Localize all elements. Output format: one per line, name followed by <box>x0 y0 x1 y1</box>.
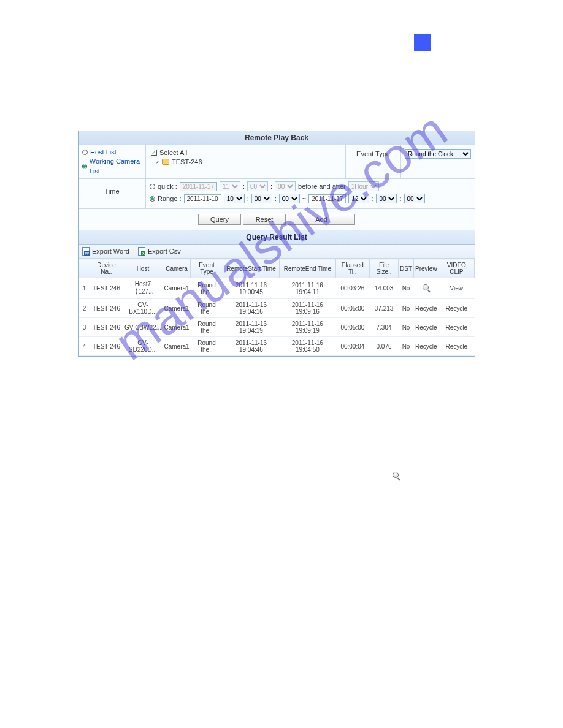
radio-icon <box>82 150 88 155</box>
table-row[interactable]: 2TEST-246GV-BX110D...Camera1Round the..2… <box>79 299 475 318</box>
magnifier-icon <box>393 472 400 479</box>
cell-elapsed: 00:05:00 <box>335 318 369 337</box>
quick-min: 00 <box>247 181 268 191</box>
cell-device: TEST-246 <box>90 278 123 299</box>
cell-i: 2 <box>79 299 90 318</box>
cell-dst: No <box>399 278 414 299</box>
table-row[interactable]: 4TEST-246GV-SD220D...Camera1Round the..2… <box>79 337 475 356</box>
checkbox-checked-icon <box>151 150 157 156</box>
col-remote-start[interactable]: RemoteStart Time <box>223 259 279 278</box>
cell-rend: 2011-11-16 19:04:11 <box>280 278 336 299</box>
export-csv-button[interactable]: Export Csv <box>138 247 181 256</box>
radio-checked-icon <box>82 164 87 169</box>
quick-date: 2011-11-17 <box>180 182 217 191</box>
cell-dst: No <box>399 337 414 356</box>
magnifier-icon <box>423 284 430 292</box>
export-word-button[interactable]: Export Word <box>82 247 129 256</box>
time-body: quick : 2011-11-17 11: 00: 00 before and… <box>146 179 475 208</box>
action-buttons: Query Reset Add <box>79 209 475 230</box>
tree-node[interactable]: ▹TEST-246 <box>150 157 342 165</box>
cell-rend: 2011-11-16 19:09:19 <box>280 318 336 337</box>
col-idx[interactable] <box>79 259 90 278</box>
cell-rstart: 2011-11-16 19:04:19 <box>223 318 279 337</box>
table-row[interactable]: 3TEST-246GV-CBW22...Camera1Round the..20… <box>79 318 475 337</box>
list-mode-group: Host List Working Camera List <box>79 145 146 178</box>
cell-fsize: 7.304 <box>370 318 399 337</box>
cell-preview[interactable]: Recycle <box>414 299 439 318</box>
col-remote-end[interactable]: RemoteEnd Time <box>280 259 336 278</box>
word-icon <box>82 247 90 256</box>
folder-icon <box>162 159 169 165</box>
cell-elapsed: 00:00:04 <box>335 337 369 356</box>
range-label: Range : <box>158 195 182 202</box>
cell-video-clip[interactable]: Recycle <box>439 337 474 356</box>
working-camera-radio[interactable]: Working Camera List <box>82 157 142 176</box>
range-s1[interactable]: 00 <box>279 194 300 203</box>
cell-rend: 2011-11-16 19:04:50 <box>280 337 336 356</box>
range-s2[interactable]: 00 <box>404 194 425 203</box>
cell-preview[interactable] <box>414 278 439 299</box>
reset-button[interactable]: Reset <box>243 214 286 225</box>
cell-rstart: 2011-11-16 19:00:45 <box>223 278 279 299</box>
cell-rstart: 2011-11-16 19:04:16 <box>223 299 279 318</box>
panel-title: Remote Play Back <box>79 131 475 145</box>
quick-span: 1Hour <box>348 181 379 191</box>
range-radio[interactable] <box>150 196 155 202</box>
cell-etype: Round the.. <box>191 299 223 318</box>
export-bar: Export Word Export Csv <box>79 245 475 259</box>
remote-playback-panel: Remote Play Back Host List Working Camer… <box>78 131 475 357</box>
col-event-type[interactable]: Event Type <box>191 259 223 278</box>
event-type-label: Event Type <box>346 145 401 178</box>
cell-device: TEST-246 <box>90 299 123 318</box>
range-m1[interactable]: 00 <box>251 194 272 203</box>
cell-etype: Round the.. <box>191 318 223 337</box>
cell-video-clip[interactable]: View <box>439 278 474 299</box>
cell-device: TEST-246 <box>90 318 123 337</box>
col-host[interactable]: Host <box>123 259 163 278</box>
range-tilde: ~ <box>302 195 306 202</box>
cell-host: GV-CBW22... <box>123 318 163 337</box>
cell-etype: Round the.. <box>191 337 223 356</box>
quick-sec: 00 <box>275 181 296 191</box>
cell-host: Host7【127... <box>123 278 163 299</box>
table-header-row: Device Na.. Host Camera Event Type Remot… <box>79 259 475 278</box>
range-time-row: Range : 2011-11-10 10: 00: 00 ~ 2011-11-… <box>150 194 471 203</box>
cell-device: TEST-246 <box>90 337 123 356</box>
quick-radio[interactable] <box>150 184 155 189</box>
cell-rstart: 2011-11-16 19:04:46 <box>223 337 279 356</box>
cell-preview[interactable]: Recycle <box>414 337 439 356</box>
cell-dst: No <box>399 318 414 337</box>
col-device[interactable]: Device Na.. <box>90 259 123 278</box>
cell-host: GV-SD220D... <box>123 337 163 356</box>
col-video-clip[interactable]: VIDEO CLIP <box>439 259 474 278</box>
range-h2[interactable]: 12 <box>348 194 369 203</box>
select-all-row[interactable]: Select All <box>150 149 342 156</box>
export-csv-label: Export Csv <box>148 248 181 255</box>
range-h1[interactable]: 10 <box>224 194 245 203</box>
cell-video-clip[interactable]: Recycle <box>439 318 474 337</box>
cell-fsize: 14.003 <box>370 278 399 299</box>
cell-camera: Camera1 <box>163 299 190 318</box>
query-button[interactable]: Query <box>198 214 241 225</box>
working-camera-label: Working Camera List <box>90 157 142 176</box>
col-camera[interactable]: Camera <box>163 259 190 278</box>
col-dst[interactable]: DST <box>399 259 414 278</box>
quick-time-row: quick : 2011-11-17 11: 00: 00 before and… <box>150 181 471 191</box>
cell-i: 3 <box>79 318 90 337</box>
col-preview[interactable]: Preview <box>414 259 439 278</box>
quick-label: quick : <box>158 183 177 190</box>
host-list-radio[interactable]: Host List <box>82 148 142 157</box>
col-file-size[interactable]: File Size.. <box>370 259 399 278</box>
cell-host: GV-BX110D... <box>123 299 163 318</box>
cell-preview[interactable]: Recycle <box>414 318 439 337</box>
table-row[interactable]: 1TEST-246Host7【127...Camera1Round the..2… <box>79 278 475 299</box>
add-button[interactable]: Add <box>288 214 355 225</box>
range-date1[interactable]: 2011-11-10 <box>184 194 221 203</box>
col-elapsed[interactable]: Elapsed Ti.. <box>335 259 369 278</box>
cell-video-clip[interactable]: Recycle <box>439 299 474 318</box>
cell-i: 4 <box>79 337 90 356</box>
range-m2[interactable]: 00 <box>376 194 397 203</box>
range-date2[interactable]: 2011-11-17 <box>308 194 346 203</box>
event-type-select[interactable]: Round the Clock <box>405 149 471 159</box>
cell-i: 1 <box>79 278 90 299</box>
